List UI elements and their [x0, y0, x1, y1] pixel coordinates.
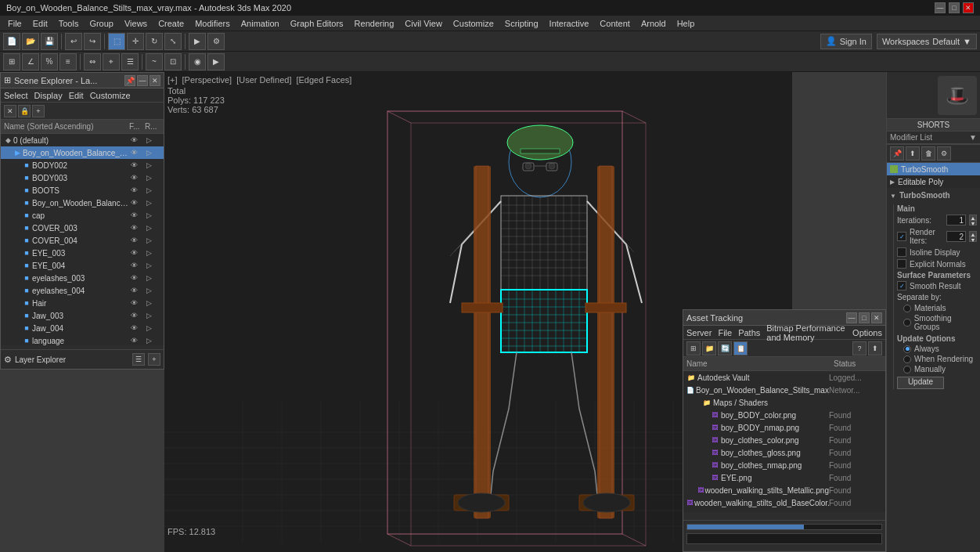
smoothing-groups-radio[interactable]: [903, 319, 911, 327]
se-minimize-button[interactable]: —: [137, 75, 148, 86]
se-row-render-15[interactable]: ▷: [146, 324, 162, 332]
se-menu-edit[interactable]: Edit: [69, 91, 84, 100]
always-radio[interactable]: [903, 345, 911, 353]
se-menu-customize[interactable]: Customize: [90, 91, 131, 100]
render-iters-input[interactable]: [946, 231, 966, 242]
menu-content[interactable]: Content: [595, 17, 635, 30]
se-tree-row-14[interactable]: ■ Jaw_003 👁 ▷: [1, 309, 164, 322]
se-tree-row-6[interactable]: ■ cap 👁 ▷: [1, 209, 164, 222]
at-tree[interactable]: 📁 Autodesk Vault Logged... 📄 Boy_on_Wood…: [683, 371, 885, 512]
se-row-eye-12[interactable]: 👁: [131, 287, 146, 294]
se-row-render-11[interactable]: ▷: [146, 274, 162, 282]
rp-config-button[interactable]: ⚙: [937, 146, 951, 161]
modifier-turbosmoothitem[interactable]: TurboSmooth: [887, 163, 980, 175]
move-button[interactable]: ✛: [127, 33, 144, 50]
se-menu-display[interactable]: Display: [34, 91, 63, 100]
se-tree-row-5[interactable]: ■ Boy_on_Wooden_Balance_Stilts 👁 ▷: [1, 197, 164, 209]
se-row-eye-11[interactable]: 👁: [131, 274, 146, 282]
se-row-render-1[interactable]: ▷: [146, 149, 162, 157]
se-layers-btn1[interactable]: ☰: [132, 353, 145, 366]
menu-create[interactable]: Create: [153, 17, 189, 30]
align-button[interactable]: ⌖: [103, 53, 120, 70]
close-button[interactable]: ✕: [963, 2, 974, 13]
se-row-eye-15[interactable]: 👁: [131, 324, 146, 332]
se-row-eye-7[interactable]: 👁: [131, 224, 146, 232]
render-iters-down[interactable]: ▼: [969, 236, 977, 242]
se-tree[interactable]: ◆ 0 (default) 👁 ▷ ▶ Boy_on_Wooden_Balanc…: [1, 134, 164, 345]
at-path-input[interactable]: [686, 533, 882, 544]
workspaces-button[interactable]: Workspaces Default ▼: [877, 34, 977, 49]
se-filter-button[interactable]: 🔒: [18, 105, 31, 117]
se-row-render-14[interactable]: ▷: [146, 312, 162, 319]
menu-tools[interactable]: Tools: [54, 17, 84, 30]
modifier-editable-poly-item[interactable]: ▶ Editable Poly: [887, 175, 980, 188]
se-menu-select[interactable]: Select: [4, 91, 28, 100]
at-menu-file[interactable]: File: [718, 328, 732, 337]
at-btn2[interactable]: 📁: [702, 341, 716, 355]
at-tree-row-1[interactable]: 📄 Boy_on_Wooden_Balance_Stilts_max_vray.…: [683, 384, 885, 396]
se-close-button[interactable]: ✕: [150, 75, 160, 86]
at-menu-options[interactable]: Options: [852, 328, 882, 337]
se-row-render-0[interactable]: ▷: [146, 136, 162, 144]
at-btn6[interactable]: ⬆: [868, 341, 882, 355]
at-close-button[interactable]: ✕: [871, 312, 882, 323]
signin-button[interactable]: 👤 Sign In: [820, 34, 872, 49]
at-tree-row-4[interactable]: 🖼 boy_BODY_nmap.png Found: [683, 421, 885, 434]
minimize-button[interactable]: —: [935, 2, 946, 13]
se-tree-row-12[interactable]: ■ eyelashes_004 👁 ▷: [1, 284, 164, 297]
menu-civil-view[interactable]: Civil View: [400, 17, 446, 30]
menu-rendering[interactable]: Rendering: [350, 17, 399, 30]
se-tree-row-4[interactable]: ■ BOOTS 👁 ▷: [1, 184, 164, 197]
at-tree-row-7[interactable]: 🖼 boy_clothes_nmap.png Found: [683, 459, 885, 471]
se-row-eye-10[interactable]: 👁: [131, 262, 146, 269]
se-row-render-9[interactable]: ▷: [146, 249, 162, 257]
schematic-button[interactable]: ⊡: [164, 53, 182, 70]
se-tree-row-15[interactable]: ■ Jaw_004 👁 ▷: [1, 322, 164, 334]
select-button[interactable]: ⬚: [108, 33, 125, 50]
at-tree-row-6[interactable]: 🖼 boy_clothes_gloss.png Found: [683, 446, 885, 459]
angle-snap-button[interactable]: ∠: [22, 53, 39, 70]
manually-radio[interactable]: [903, 366, 911, 373]
rp-modifier-list[interactable]: TurboSmooth ▶ Editable Poly: [887, 163, 980, 188]
iterations-down[interactable]: ▼: [969, 220, 977, 225]
undo-button[interactable]: ↩: [65, 33, 82, 50]
rotate-button[interactable]: ↻: [146, 33, 163, 50]
explicit-normals-checkbox[interactable]: [897, 259, 906, 269]
menu-arnold[interactable]: Arnold: [636, 17, 671, 30]
at-tree-row-9[interactable]: 🖼 wooden_walking_stilts_Metallic.png Fou…: [683, 484, 885, 496]
menu-help[interactable]: Help: [672, 17, 700, 30]
menu-edit[interactable]: Edit: [28, 17, 52, 30]
se-row-render-13[interactable]: ▷: [146, 299, 162, 307]
se-row-eye-0[interactable]: 👁: [131, 136, 146, 144]
isoline-checkbox[interactable]: [897, 247, 906, 257]
at-btn3[interactable]: 🔄: [718, 341, 732, 355]
at-btn1[interactable]: ⊞: [686, 341, 701, 355]
se-row-render-16[interactable]: ▷: [146, 337, 162, 345]
rp-move-to-top[interactable]: ⬆: [906, 146, 920, 161]
se-tree-row-13[interactable]: ■ Hair 👁 ▷: [1, 297, 164, 309]
se-row-render-7[interactable]: ▷: [146, 224, 162, 232]
menu-views[interactable]: Views: [120, 17, 152, 30]
percent-snap-button[interactable]: %: [41, 53, 58, 70]
se-tree-row-8[interactable]: ■ COVER_004 👁 ▷: [1, 234, 164, 247]
se-tree-row-2[interactable]: ■ BODY002 👁 ▷: [1, 159, 164, 171]
render-button[interactable]: ▶: [189, 33, 206, 50]
se-find-button[interactable]: ✕: [4, 105, 16, 117]
se-row-render-8[interactable]: ▷: [146, 236, 162, 244]
se-tree-row-11[interactable]: ■ eyelashes_003 👁 ▷: [1, 272, 164, 284]
menu-animation[interactable]: Animation: [236, 17, 284, 30]
material-editor-button[interactable]: ◉: [189, 53, 206, 70]
menu-scripting[interactable]: Scripting: [500, 17, 543, 30]
at-btn4[interactable]: 📋: [733, 341, 748, 355]
at-tree-row-0[interactable]: 📁 Autodesk Vault Logged...: [683, 371, 885, 384]
se-row-render-12[interactable]: ▷: [146, 287, 162, 294]
se-row-eye-8[interactable]: 👁: [131, 236, 146, 244]
menu-graph-editors[interactable]: Graph Editors: [286, 17, 348, 30]
render-iters-up[interactable]: ▲: [969, 231, 977, 236]
open-button[interactable]: 📂: [22, 33, 39, 50]
render-setup-button[interactable]: ⚙: [207, 33, 225, 50]
when-rendering-radio[interactable]: [903, 355, 911, 363]
menu-modifiers[interactable]: Modifiers: [190, 17, 235, 30]
se-tree-row-1[interactable]: ▶ Boy_on_Wooden_Balance_Stilts 👁 ▷: [1, 146, 164, 159]
se-row-eye-13[interactable]: 👁: [131, 299, 146, 307]
